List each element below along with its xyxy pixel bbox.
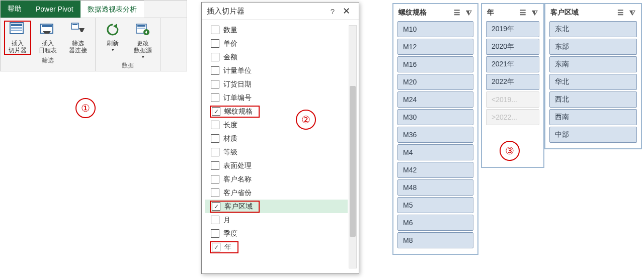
slicer-item[interactable]: <2019...	[486, 91, 539, 108]
checkbox[interactable]	[212, 202, 220, 211]
checkbox[interactable]	[212, 243, 220, 251]
slicer-item[interactable]: M5	[397, 197, 473, 213]
slicer-item[interactable]: M36	[397, 127, 473, 143]
slicer-item[interactable]: 中部	[549, 127, 637, 143]
multi-select-icon[interactable]: ☰	[616, 9, 625, 17]
field-row[interactable]: 订单编号	[205, 91, 348, 105]
slicer-item[interactable]: 东南	[549, 56, 637, 72]
slicer-spec[interactable]: 螺纹规格 ☰ ⧨ M10M12M16M20M24M30M36M4M42M48M5…	[392, 3, 478, 255]
field-label: 年	[224, 243, 231, 252]
slicer-item[interactable]: 2022年	[486, 74, 539, 90]
field-row[interactable]: 螺纹规格	[205, 105, 348, 118]
field-row[interactable]: 金额	[205, 50, 348, 64]
checkbox[interactable]	[211, 148, 219, 156]
slicer-item[interactable]: M4	[397, 144, 473, 160]
field-list[interactable]: 数量单价金额计量单位订货日期订单编号螺纹规格长度材质等级表面处理客户名称客户省份…	[205, 23, 356, 269]
field-label: 金额	[223, 53, 237, 62]
field-row[interactable]: 客户名称	[205, 172, 348, 186]
insert-slicer-dialog: 插入切片器 ? ✕ 数量单价金额计量单位订货日期订单编号螺纹规格长度材质等级表面…	[201, 2, 359, 274]
field-row[interactable]: 客户区域	[205, 200, 348, 213]
checkbox[interactable]	[211, 80, 219, 88]
field-row[interactable]: 计量单位	[205, 64, 348, 77]
field-row[interactable]: 表面处理	[205, 159, 348, 172]
group-data-label: 数据	[122, 61, 134, 70]
checkbox[interactable]	[211, 39, 219, 48]
slicer-item[interactable]: M10	[397, 21, 473, 37]
field-label: 订单编号	[223, 94, 252, 103]
tab-power-pivot[interactable]: Power Pivot	[29, 1, 80, 18]
filter-connections-button[interactable]: 筛选 器连接	[65, 21, 91, 54]
checkbox[interactable]	[211, 216, 219, 224]
field-row[interactable]: 单价	[205, 37, 348, 50]
slicer-item[interactable]: M6	[397, 215, 473, 231]
scrollbar-thumb[interactable]	[350, 86, 356, 237]
tab-pivottable-analyze[interactable]: 数据透视表分析	[80, 1, 144, 18]
field-row[interactable]: 年	[205, 240, 348, 254]
checkbox[interactable]	[211, 121, 219, 129]
multi-select-icon[interactable]: ☰	[452, 9, 461, 17]
slicer-item[interactable]: 2020年	[486, 39, 539, 55]
field-row[interactable]: 材质	[205, 132, 348, 145]
slicer-item[interactable]: M8	[397, 232, 473, 248]
field-row[interactable]: 月	[205, 213, 348, 227]
slicer-item[interactable]: 东部	[549, 39, 637, 55]
slicer-item[interactable]: M24	[397, 91, 473, 108]
field-row[interactable]: 长度	[205, 118, 348, 132]
dialog-close-button[interactable]: ✕	[339, 6, 354, 17]
checkbox[interactable]	[211, 94, 219, 102]
slicer-item[interactable]: M16	[397, 56, 473, 72]
checkbox[interactable]	[212, 107, 220, 116]
field-row[interactable]: 季度	[205, 227, 348, 240]
field-label: 订货日期	[223, 80, 252, 89]
field-row[interactable]: 客户省份	[205, 186, 348, 200]
checkbox[interactable]	[211, 26, 219, 34]
clear-filter-icon[interactable]: ⧨	[530, 9, 539, 17]
insert-timeline-button[interactable]: 插入 日程表	[35, 21, 61, 54]
field-label: 表面处理	[223, 161, 252, 170]
dialog-help-button[interactable]: ?	[327, 7, 339, 16]
slicer-region[interactable]: 客户区域 ☰ ⧨ 东北东部东南华北西北西南中部	[544, 3, 642, 149]
slicer-item[interactable]: 西北	[549, 91, 637, 108]
checkbox[interactable]	[211, 161, 219, 170]
change-data-source-button[interactable]: 更改 数据源 ▾	[130, 21, 156, 59]
slicer-item[interactable]: M12	[397, 39, 473, 55]
field-label: 长度	[223, 121, 237, 130]
field-row[interactable]: 数量	[205, 23, 348, 37]
dialog-title: 插入切片器	[207, 7, 245, 16]
slicer-item[interactable]: M42	[397, 162, 473, 178]
slicer-item[interactable]: 华北	[549, 74, 637, 90]
slicer-item[interactable]: M30	[397, 109, 473, 125]
field-row[interactable]: 等级	[205, 145, 348, 159]
slicer-item[interactable]: >2022...	[486, 109, 539, 125]
svg-marker-9	[79, 28, 85, 32]
insert-slicer-button[interactable]: 插入 切片器	[5, 21, 31, 54]
checkbox[interactable]	[211, 134, 219, 143]
annotation-2: ②	[296, 110, 316, 130]
slicer-item[interactable]: 2021年	[486, 56, 539, 72]
clear-filter-icon[interactable]: ⧨	[464, 9, 473, 17]
field-row[interactable]: 订货日期	[205, 77, 348, 91]
checkbox[interactable]	[211, 175, 219, 183]
field-label: 计量单位	[223, 66, 252, 75]
clear-filter-icon[interactable]: ⧨	[628, 9, 637, 17]
slicer-item[interactable]: M20	[397, 74, 473, 90]
slicer-title: 螺纹规格	[398, 8, 427, 17]
scrollbar[interactable]	[349, 25, 357, 268]
group-filter: 插入 切片器 插入 日程表 筛选 器连接 筛	[1, 18, 96, 71]
svg-marker-10	[113, 24, 117, 29]
insert-slicer-label: 插入 切片器	[9, 40, 27, 54]
checkbox[interactable]	[211, 189, 219, 197]
slicer-item[interactable]: 东北	[549, 21, 637, 37]
slicer-item[interactable]: M48	[397, 179, 473, 196]
slicer-item[interactable]: 西南	[549, 109, 637, 125]
checkbox[interactable]	[211, 53, 219, 61]
tab-help[interactable]: 帮助	[1, 1, 29, 18]
multi-select-icon[interactable]: ☰	[518, 9, 527, 17]
refresh-button[interactable]: 刷新 ▾	[100, 21, 126, 59]
svg-rect-8	[72, 24, 77, 25]
field-label: 客户名称	[223, 175, 252, 184]
checkbox[interactable]	[211, 229, 219, 238]
slicer-item[interactable]: 2019年	[486, 21, 539, 37]
checkbox[interactable]	[211, 66, 219, 75]
dialog-titlebar: 插入切片器 ? ✕	[202, 3, 359, 20]
